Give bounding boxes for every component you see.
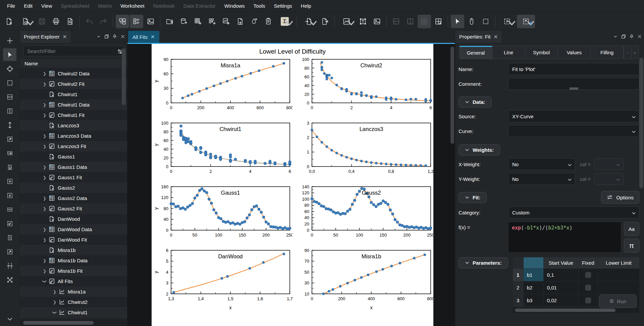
expander-expanded-icon[interactable]: ❯ <box>52 310 57 315</box>
fixed-checkbox[interactable] <box>585 285 591 290</box>
new-notes-button[interactable] <box>262 15 275 28</box>
xweight-combobox[interactable]: No <box>508 158 575 170</box>
expander-collapsed-icon[interactable]: ❯ <box>42 71 47 76</box>
name-input[interactable]: Fit to 'Plot' <box>508 63 639 75</box>
spread-arrows-button[interactable] <box>3 273 16 286</box>
pointer-button[interactable] <box>3 48 16 61</box>
zoom-one-button[interactable]: 1 <box>517 15 535 28</box>
tree-item-misra1b-data[interactable]: ❯Misra1b Data <box>20 255 127 266</box>
crosshair-button[interactable] <box>3 62 16 75</box>
fixed-checkbox[interactable] <box>585 298 591 303</box>
properties-tab[interactable]: Properties: Fit ✕ <box>455 31 502 43</box>
expander-collapsed-icon[interactable]: ❯ <box>42 227 47 232</box>
param-start-cell[interactable]: 0,02 <box>544 294 579 307</box>
close-icon[interactable]: ✕ <box>493 34 498 40</box>
properties-tab-symbol[interactable]: Symbol <box>525 46 558 59</box>
import-button[interactable] <box>300 15 318 28</box>
tree-item-gauss1[interactable]: Gauss1 <box>20 151 127 162</box>
data-section-button[interactable]: Data: <box>459 96 492 108</box>
functions-pi-button[interactable]: π <box>624 239 639 253</box>
plot-gauss1[interactable]: 05010015020025004080120160Gauss1y <box>152 183 292 247</box>
selection-mode-button[interactable] <box>479 15 492 28</box>
col-header-start-value[interactable]: Start Value <box>544 257 579 269</box>
col-header-fixed[interactable]: Fixed <box>579 257 598 269</box>
param-start-cell[interactable]: 0,01 <box>544 281 579 294</box>
properties-tab-filling[interactable]: Filling <box>591 46 624 59</box>
menu-tools[interactable]: Tools <box>249 0 270 12</box>
expander-collapsed-icon[interactable]: ❯ <box>42 206 47 211</box>
cursor-lines-button[interactable] <box>3 259 16 272</box>
add-text-label-button[interactable] <box>356 15 370 28</box>
new-matrix-button[interactable] <box>205 15 219 28</box>
tabs-scroll-right-button[interactable]: › <box>631 46 638 59</box>
tree-column-header[interactable]: Name <box>20 58 127 68</box>
properties-vertical-scrollbar[interactable] <box>639 58 643 188</box>
expander-expanded-icon[interactable]: ❯ <box>42 279 47 284</box>
expander-collapsed-icon[interactable]: ❯ <box>42 103 47 107</box>
new-note-button[interactable] <box>233 15 247 28</box>
close-icon[interactable]: ✕ <box>63 34 67 40</box>
expander-collapsed-icon[interactable]: ❯ <box>42 175 47 180</box>
dock-pin-icon[interactable] <box>629 34 634 40</box>
expander-collapsed-icon[interactable]: ❯ <box>42 258 47 263</box>
constants-button[interactable]: Aa <box>624 222 639 236</box>
toggle-project-explorer-button[interactable] <box>116 15 129 28</box>
add-plot-button[interactable] <box>337 15 356 28</box>
plot-misra1a[interactable]: 02004006008000306090Misra1ay <box>152 56 292 120</box>
plot-misra1b[interactable]: 02004006008001030507090Misra1bx <box>292 247 433 311</box>
tree-item-lanczos3-data[interactable]: ❯Lanczos3 Data <box>20 131 127 141</box>
new-datapicker-button[interactable] <box>248 15 261 28</box>
tree-item-danwood-data[interactable]: ❯DanWood Data <box>20 224 127 235</box>
resize-grip[interactable] <box>570 87 578 90</box>
add-button[interactable] <box>3 34 16 47</box>
expander-collapsed-icon[interactable]: ❯ <box>42 113 47 118</box>
curve-combobox[interactable] <box>508 125 639 137</box>
worksheet-viewport[interactable]: Lowel Level of Difficulty 02004006008000… <box>127 44 455 326</box>
menu-windows[interactable]: Windows <box>220 0 249 12</box>
param-name-cell[interactable]: b3 <box>524 294 544 307</box>
col-header-lower-limit[interactable]: Lower Limit <box>598 257 639 269</box>
expander-collapsed-icon[interactable]: ❯ <box>42 82 47 86</box>
tree-item-chwirut2[interactable]: ❯Chwirut2 <box>20 297 127 307</box>
dock-pin-icon[interactable] <box>112 34 117 40</box>
yweight-col-combobox[interactable] <box>594 173 624 185</box>
expander-collapsed-icon[interactable]: ❯ <box>52 289 57 294</box>
menu-settings[interactable]: Settings <box>270 0 297 12</box>
select-rect-button[interactable] <box>3 76 16 89</box>
tree-item-chwirut1-fit[interactable]: ❯Chwirut1 Fit <box>20 110 127 120</box>
zoom-mode-button[interactable] <box>465 15 478 28</box>
add-image-button[interactable] <box>370 15 384 28</box>
new-workbook-button[interactable] <box>177 15 191 28</box>
dock-float-icon[interactable] <box>104 34 109 40</box>
tree-item-chwirut1[interactable]: Chwirut1 <box>20 89 127 100</box>
param-lower-cell[interactable] <box>598 269 639 281</box>
toggle-properties-button[interactable] <box>130 15 143 28</box>
category-combobox[interactable]: Custom <box>508 206 639 218</box>
expander-collapsed-icon[interactable]: ❯ <box>42 238 47 242</box>
tree-item-gauss1-data[interactable]: ❯Gauss1 Data <box>20 162 127 172</box>
tree-item-chwirut2-data[interactable]: ❯Chwirut2 Data <box>20 68 127 79</box>
properties-tab-values[interactable]: Values <box>558 46 591 59</box>
tree-horizontal-scrollbar[interactable] <box>23 321 94 325</box>
select-rect-3-button[interactable] <box>3 105 16 117</box>
param-start-cell[interactable]: 0,1 <box>544 269 579 281</box>
new-folder-button[interactable] <box>163 15 176 28</box>
plot-chwirut2[interactable]: 0246020406080100Chwirut2 <box>292 56 433 120</box>
shrink-box-button[interactable] <box>3 217 16 230</box>
print-preview-button[interactable] <box>63 15 77 28</box>
zoom-x-rect-button[interactable] <box>3 147 16 159</box>
expander-collapsed-icon[interactable]: ❯ <box>42 196 47 201</box>
tree-item-chwirut1[interactable]: ❯Chwirut1 <box>20 307 127 318</box>
zoom-rect-button[interactable] <box>3 133 16 145</box>
expander-collapsed-icon[interactable]: ❯ <box>42 144 47 149</box>
auto-scale-y-button[interactable] <box>3 231 16 244</box>
tree-item-lanczos3-fit[interactable]: ❯Lanczos3 Fit <box>20 141 127 151</box>
plot-chwirut1[interactable]: 0246020406080100Chwirut1y <box>152 120 292 183</box>
tree-item-lanczos3[interactable]: Lanczos3 <box>20 120 127 131</box>
expander-collapsed-icon[interactable]: ❯ <box>42 269 47 273</box>
zoom-y-rect-button[interactable] <box>3 161 16 174</box>
plot-danwood[interactable]: 1,31,41,51,61,723456DanWoodyx <box>152 247 292 311</box>
move-vertical-button[interactable] <box>3 119 16 131</box>
tab-close-icon[interactable]: ✕ <box>151 34 155 40</box>
menu-edit[interactable]: Edit <box>19 0 37 12</box>
